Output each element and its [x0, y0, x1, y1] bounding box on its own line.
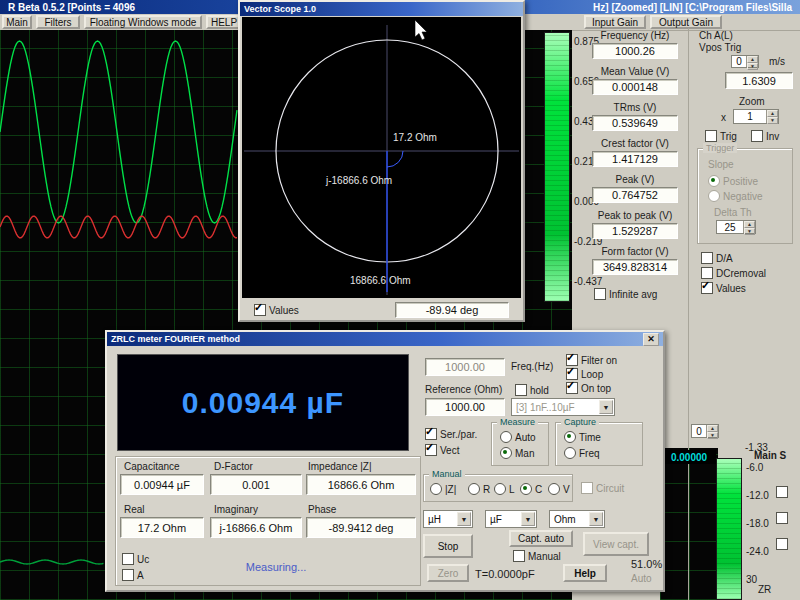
manual-r-radio[interactable]: R — [468, 483, 490, 495]
tare-value: T=0.0000pF — [475, 568, 535, 580]
output-level-meter — [716, 458, 742, 600]
measurement-value: 0.000148 — [592, 79, 678, 95]
main-spectrum-title: Main S — [754, 450, 786, 461]
capacitance-lcd-display: 0.00944 µF — [117, 354, 409, 451]
db-scale-tick: 30 — [746, 574, 757, 585]
resistance-unit-combo[interactable]: Ohm — [549, 510, 605, 528]
output-gain-button[interactable]: Output Gain — [650, 15, 722, 29]
measurement-label: Mean Value (V) — [586, 66, 684, 77]
manual-z-radio[interactable]: |Z| — [430, 483, 456, 495]
measurement-label: Form factor (V) — [586, 246, 684, 257]
range-combo[interactable]: [3] 1nF..10µF — [511, 398, 615, 416]
measurement-label: Peak to peak (V) — [586, 210, 684, 221]
stop-button[interactable]: Stop — [423, 534, 473, 558]
field-value: -89.9412 deg — [306, 517, 416, 538]
dcremoval-checkbox[interactable]: DCremoval — [701, 267, 766, 279]
measurement-value: 1000.26 — [592, 43, 678, 59]
vector-values-checkbox[interactable]: Values — [254, 304, 299, 316]
measurement-value: 1.529287 — [592, 223, 678, 239]
channel-label: Ch A(L) — [699, 30, 733, 41]
manual-v-radio[interactable]: V — [548, 483, 570, 495]
capacitance-unit-combo[interactable]: µF — [485, 510, 537, 528]
vector-scope-footer: Values -89.94 deg — [242, 300, 521, 320]
slope-label: Slope — [708, 159, 734, 170]
capture-time-radio[interactable]: Time — [564, 431, 601, 443]
results-group: Capacitance D-Factor Impedance |Z| 0.009… — [115, 456, 421, 586]
auto-label: Auto — [631, 573, 652, 584]
input-gain-button[interactable]: Input Gain — [584, 15, 646, 29]
spectrum-option-checkbox[interactable] — [776, 538, 788, 550]
inductance-unit-combo[interactable]: µH — [423, 510, 473, 528]
uc-checkbox[interactable]: Uc — [122, 553, 149, 565]
reference-input[interactable]: 1000.00 — [425, 398, 505, 416]
manual-c-radio[interactable]: C — [520, 483, 542, 495]
imaginary-part-label: j-16866.6 Ohm — [326, 175, 392, 186]
measurement-label: TRms (V) — [586, 102, 684, 113]
zoom-spinner[interactable]: 1▲▼ — [733, 109, 779, 124]
spectrum-option-checkbox[interactable] — [776, 512, 788, 524]
mouse-cursor-icon — [415, 20, 427, 40]
real-part-label: 17.2 Ohm — [393, 132, 437, 143]
a-checkbox[interactable]: A — [122, 569, 144, 581]
menu-filters-button[interactable]: Filters — [36, 15, 80, 29]
spinner-arrows-icon[interactable]: ▲▼ — [766, 110, 778, 123]
vpos-spinner[interactable]: 0▲▼ — [731, 55, 759, 68]
vect-checkbox[interactable]: Vect — [425, 444, 459, 456]
menu-main-button[interactable]: Main — [2, 15, 32, 29]
capt-auto-button[interactable]: Capt. auto — [509, 530, 573, 547]
field-value: 0.00944 µF — [120, 474, 204, 495]
spinner-arrows-icon[interactable]: ▲▼ — [706, 425, 718, 437]
manual-capture-checkbox[interactable]: Manual — [513, 550, 561, 562]
measurements-panel: Frequency (Hz) 1000.26 Mean Value (V) 0.… — [586, 30, 684, 310]
field-value: j-16866.6 Ohm — [210, 517, 302, 538]
output-reading: 0.00000 — [662, 450, 716, 464]
reference-label: Reference (Ohm) — [425, 384, 502, 395]
field-value: 0.001 — [210, 474, 302, 495]
field-value: 17.2 Ohm — [120, 517, 204, 538]
slope-positive-radio[interactable]: Positive — [708, 175, 758, 187]
measurement-value: 1.417129 — [592, 151, 678, 167]
phase-readout: -89.94 deg — [395, 302, 509, 318]
measure-auto-radio[interactable]: Auto — [500, 431, 536, 443]
inv-checkbox[interactable]: Inv — [751, 130, 779, 142]
phase-arc — [387, 151, 403, 167]
slope-negative-radio[interactable]: Negative — [708, 190, 762, 202]
offset-spinner[interactable]: 0▲▼ — [691, 424, 719, 438]
delta-th-spinner[interactable]: 25▲▼ — [716, 220, 756, 234]
infinite-avg-checkbox[interactable]: Infinite avg — [594, 288, 657, 300]
db-scale-tick: -24.0 — [746, 546, 769, 557]
da-checkbox[interactable]: D/A — [701, 252, 733, 264]
circuit-checkbox[interactable]: Circuit — [581, 482, 624, 494]
close-icon[interactable]: ✕ — [643, 333, 659, 346]
zrlc-titlebar[interactable]: ZRLC meter FOURIER method ✕ — [107, 332, 663, 346]
zrlc-title: ZRLC meter FOURIER method — [111, 334, 240, 344]
on-top-checkbox[interactable]: On top — [566, 382, 611, 394]
hold-checkbox[interactable]: hold — [515, 384, 549, 396]
frequency-input[interactable]: 1000.00 — [425, 358, 505, 376]
field-label: Phase — [308, 504, 336, 515]
view-capt-button[interactable]: View capt. — [583, 532, 649, 556]
magnitude-label: 16866.6 Ohm — [350, 275, 411, 286]
capture-freq-radio[interactable]: Freq — [564, 447, 600, 459]
help-button[interactable]: Help — [563, 564, 607, 582]
db-scale-tick: -18.0 — [746, 518, 769, 529]
measuring-status: Measuring... — [206, 561, 346, 573]
vector-scope-titlebar[interactable]: Vector Scope 1.0 — [240, 2, 523, 16]
spinner-arrows-icon[interactable]: ▲▼ — [746, 56, 758, 67]
values-checkbox[interactable]: Values — [701, 282, 746, 294]
zero-button[interactable]: Zero — [427, 564, 469, 582]
app-title-right: Hz] [Zoomed] [LIN] [C:\Program Files\Sil… — [593, 2, 792, 13]
menu-help-button[interactable]: HELP — [206, 15, 242, 29]
trig-checkbox[interactable]: Trig — [705, 130, 737, 142]
field-value: 16866.6 Ohm — [306, 474, 416, 495]
capture-group: Capture Time Freq — [555, 422, 643, 466]
spectrum-option-checkbox[interactable] — [776, 486, 788, 498]
zoom-x-label: x — [721, 112, 726, 123]
manual-l-radio[interactable]: L — [494, 483, 515, 495]
ser-par-checkbox[interactable]: Ser./par. — [425, 428, 477, 440]
vector-scope-window: Vector Scope 1.0 17.2 Ohm j-16866.6 Ohm … — [238, 0, 525, 322]
measure-man-radio[interactable]: Man — [500, 447, 534, 459]
spinner-arrows-icon[interactable]: ▲▼ — [743, 221, 755, 233]
menu-floating-windows-button[interactable]: Floating Windows mode — [84, 15, 202, 29]
db-scale-tick: -12.0 — [746, 490, 769, 501]
